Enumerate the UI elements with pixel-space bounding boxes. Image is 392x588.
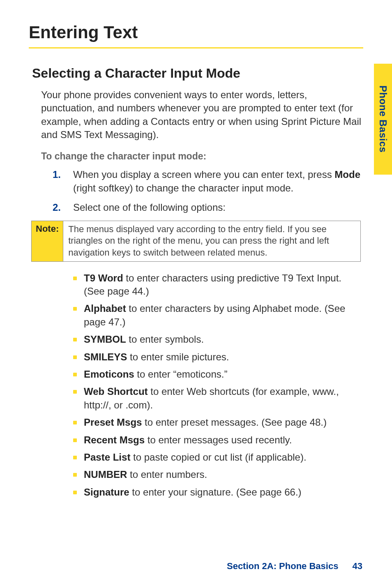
option-label: NUMBER (84, 469, 127, 480)
procedure-heading: To change the character input mode: (41, 151, 363, 162)
step-number: 1. (53, 168, 61, 181)
option-label: Paste List (84, 452, 130, 463)
step-item: 1. When you display a screen where you c… (53, 168, 363, 195)
option-text: to enter your signature. (See page 66.) (129, 487, 302, 498)
option-label: SMILEYS (84, 351, 127, 362)
option-label: Recent Msgs (84, 434, 145, 445)
step-number: 2. (53, 201, 61, 214)
note-body: The menus displayed vary according to th… (63, 221, 360, 261)
list-item: Web Shortcut to enter Web shortcuts (for… (73, 385, 363, 412)
page-title: Entering Text (29, 23, 363, 48)
option-text: to enter preset messages. (See page 48.) (142, 417, 327, 428)
list-item: Preset Msgs to enter preset messages. (S… (73, 416, 363, 429)
step-text-before: Select one of the following options: (73, 202, 226, 213)
option-label: Emoticons (84, 369, 134, 380)
list-item: SYMBOL to enter symbols. (73, 333, 363, 346)
list-item: NUMBER to enter numbers. (73, 468, 363, 481)
note-label: Note: (32, 221, 63, 261)
side-tab: Phone Basics (374, 64, 392, 175)
option-label: Preset Msgs (84, 417, 142, 428)
step-text-after: (right softkey) to change the character … (73, 182, 293, 194)
option-label: Web Shortcut (84, 386, 148, 397)
step-bold: Mode (334, 169, 360, 180)
list-item: Alphabet to enter characters by using Al… (73, 302, 363, 329)
side-tab-label: Phone Basics (377, 85, 389, 152)
option-text: to enter numbers. (127, 469, 207, 480)
list-item: SMILEYS to enter smile pictures. (73, 350, 363, 364)
option-label: Alphabet (84, 303, 126, 314)
footer-section: Section 2A: Phone Basics (227, 561, 338, 571)
option-label: SYMBOL (84, 334, 126, 345)
note-box: Note: The menus displayed vary according… (31, 221, 361, 262)
step-text-before: When you display a screen where you can … (73, 169, 334, 180)
option-text: to enter smile pictures. (127, 351, 229, 362)
list-item: Paste List to paste copied or cut list (… (73, 451, 363, 464)
steps-list: 1. When you display a screen where you c… (53, 168, 363, 214)
list-item: Signature to enter your signature. (See … (73, 486, 363, 499)
option-label: T9 Word (84, 272, 123, 284)
intro-paragraph: Your phone provides convenient ways to e… (41, 88, 363, 142)
option-text: to enter “emoticons.” (134, 369, 228, 380)
step-item: 2. Select one of the following options: (53, 201, 363, 214)
page-footer: Section 2A: Phone Basics 43 (227, 561, 362, 572)
option-text: to enter symbols. (126, 334, 204, 345)
option-label: Signature (84, 487, 129, 498)
section-heading: Selecting a Character Input Mode (32, 66, 363, 81)
options-list: T9 Word to enter characters using predic… (73, 272, 363, 499)
list-item: T9 Word to enter characters using predic… (73, 272, 363, 298)
list-item: Recent Msgs to enter messages used recen… (73, 434, 363, 447)
footer-page-number: 43 (353, 561, 362, 571)
option-text: to paste copied or cut list (if applicab… (130, 452, 306, 463)
option-text: to enter messages used recently. (145, 434, 292, 445)
list-item: Emoticons to enter “emoticons.” (73, 368, 363, 381)
